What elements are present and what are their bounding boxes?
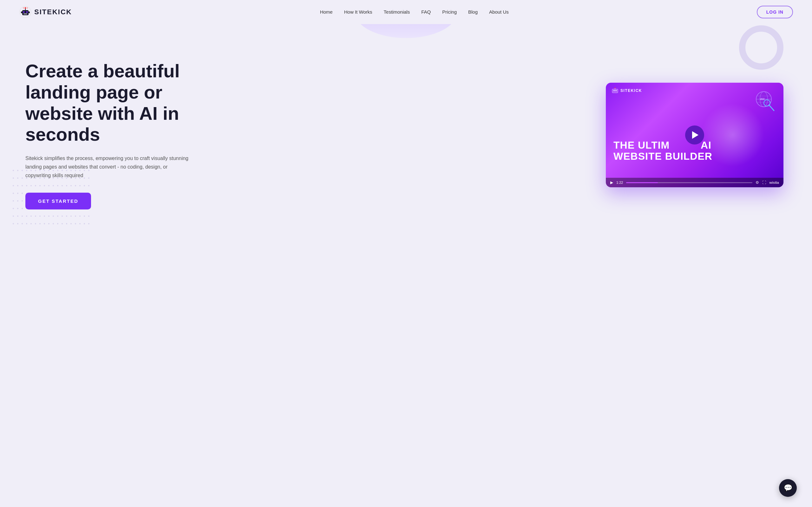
- svg-point-7: [23, 8, 24, 9]
- svg-rect-1: [22, 10, 29, 15]
- hero-title: Create a beautiful landing page or websi…: [26, 60, 216, 145]
- video-logo-text: SiTEKiCK: [620, 89, 642, 93]
- svg-point-12: [613, 90, 615, 91]
- svg-point-3: [26, 11, 28, 13]
- ctrl-brand-wistia: wistia: [769, 181, 779, 184]
- video-logo-bar: SiTEKiCK: [612, 87, 642, 94]
- ctrl-time: 1:22: [616, 181, 623, 184]
- progress-bar-track[interactable]: [626, 182, 752, 183]
- chat-bubble-button[interactable]: 💬: [779, 479, 797, 497]
- hero-subtitle: Sitekick simplifies the process, empower…: [26, 154, 190, 180]
- logo-text: SiTEKiCK: [34, 8, 72, 16]
- navbar: SiTEKiCK Home How It Works Testimonials …: [0, 0, 812, 24]
- play-triangle-icon: [692, 131, 699, 139]
- video-logo-icon: [612, 87, 618, 94]
- settings-icon[interactable]: ⚙: [756, 180, 759, 185]
- get-started-button[interactable]: GET STARTED: [26, 193, 91, 210]
- svg-rect-11: [612, 89, 618, 93]
- nav-how-it-works[interactable]: How It Works: [344, 9, 372, 14]
- hero-content-left: Create a beautiful landing page or websi…: [26, 60, 216, 209]
- logo-icon: [19, 6, 32, 18]
- nav-home[interactable]: Home: [320, 9, 333, 14]
- nav-pricing[interactable]: Pricing: [442, 9, 457, 14]
- nav-blog[interactable]: Blog: [468, 9, 478, 14]
- video-controls-bar: ▶ 1:22 ⚙ ⛶ wistia: [606, 178, 783, 187]
- svg-point-8: [27, 8, 28, 9]
- nav-links: Home How It Works Testimonials FAQ Prici…: [320, 9, 509, 15]
- globe-icon-container: WWW: [751, 89, 776, 116]
- ctrl-play-icon[interactable]: ▶: [610, 180, 613, 185]
- video-container[interactable]: SiTEKiCK WWW: [606, 83, 783, 187]
- hero-section: Create a beautiful landing page or websi…: [0, 24, 812, 252]
- svg-rect-4: [23, 14, 27, 14]
- svg-point-6: [25, 7, 26, 9]
- play-button[interactable]: [685, 125, 704, 145]
- svg-text:WWW: WWW: [760, 98, 765, 101]
- svg-point-13: [615, 90, 617, 91]
- nav-about-us[interactable]: About Us: [489, 9, 509, 14]
- svg-point-15: [615, 88, 616, 89]
- nav-faq[interactable]: FAQ: [421, 9, 431, 14]
- logo-link[interactable]: SiTEKiCK: [19, 6, 72, 18]
- hero-video-area: SiTEKiCK WWW: [603, 83, 786, 187]
- chat-icon: 💬: [784, 484, 792, 492]
- circle-decoration: [739, 25, 783, 70]
- svg-line-22: [769, 106, 774, 111]
- fullscreen-icon[interactable]: ⛶: [762, 180, 766, 185]
- progress-bar-fill: [626, 182, 658, 183]
- ctrl-icons: ⚙ ⛶ wistia: [756, 180, 779, 185]
- globe-magnify-icon: WWW: [751, 89, 776, 114]
- svg-point-2: [23, 11, 25, 13]
- svg-rect-10: [29, 11, 30, 13]
- svg-rect-9: [21, 11, 22, 13]
- nav-testimonials[interactable]: Testimonials: [384, 9, 410, 14]
- video-title-line2: WEBSITE BUILDER: [613, 151, 712, 162]
- login-button[interactable]: LOG IN: [757, 6, 793, 18]
